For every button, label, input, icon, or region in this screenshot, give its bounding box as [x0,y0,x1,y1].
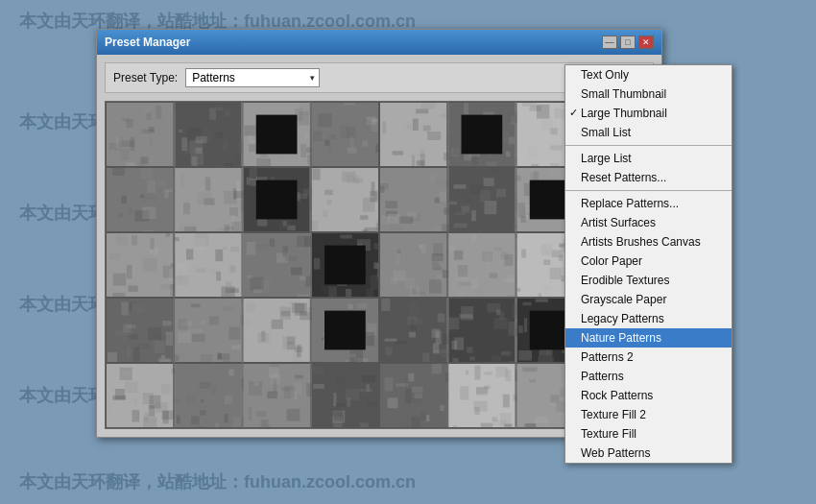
preset-type-select-wrapper[interactable]: Patterns Brushes Swatches Gradients Styl… [185,68,320,87]
menu-item-rock-patterns[interactable]: Rock Patterns [565,386,732,405]
menu-item-patterns[interactable]: Patterns [565,367,732,386]
menu-item-color-paper[interactable]: Color Paper [565,252,732,271]
minimize-button[interactable]: — [602,36,617,49]
menu-separator [565,145,732,146]
title-bar: Preset Manager — □ ✕ [97,30,661,55]
title-bar-buttons: — □ ✕ [602,36,654,49]
menu-item-large-list[interactable]: Large List [565,149,732,168]
menu-item-reset-patterns[interactable]: Reset Patterns... [565,168,732,187]
menu-item-artist-surfaces[interactable]: Artist Surfaces [565,213,732,232]
menu-item-web-patterns[interactable]: Web Patterns [565,444,732,463]
maximize-button[interactable]: □ [620,36,636,49]
menu-separator [565,190,732,191]
menu-item-legacy-patterns[interactable]: Legacy Patterns [565,309,732,328]
menu-item-small-thumbnail[interactable]: Small Thumbnail [565,84,732,104]
dropdown-menu: Text OnlySmall ThumbnailLarge ThumbnailS… [564,64,732,464]
menu-item-texture-fill[interactable]: Texture Fill [565,424,732,444]
menu-item-small-list[interactable]: Small List [565,123,732,142]
preset-type-label: Preset Type: [113,71,178,84]
preset-type-select[interactable]: Patterns Brushes Swatches Gradients Styl… [185,68,320,87]
menu-item-artists-brushes[interactable]: Artists Brushes Canvas [565,232,732,252]
menu-item-grayscale-paper[interactable]: Grayscale Paper [565,290,732,309]
menu-item-patterns-2[interactable]: Patterns 2 [565,348,732,367]
menu-item-nature-patterns[interactable]: Nature Patterns [565,328,732,348]
window-title: Preset Manager [105,36,190,49]
close-button[interactable]: ✕ [638,36,654,49]
menu-item-erodible-textures[interactable]: Erodible Textures [565,271,732,290]
menu-item-large-thumbnail[interactable]: Large Thumbnail [565,104,732,123]
menu-item-text-only[interactable]: Text Only [565,65,732,84]
menu-item-replace-patterns[interactable]: Replace Patterns... [565,194,732,213]
menu-item-texture-fill-2[interactable]: Texture Fill 2 [565,405,732,424]
watermark-6: 本文由天环翻译，站酷地址：fuhuan.zcool.com.cn [19,470,416,493]
